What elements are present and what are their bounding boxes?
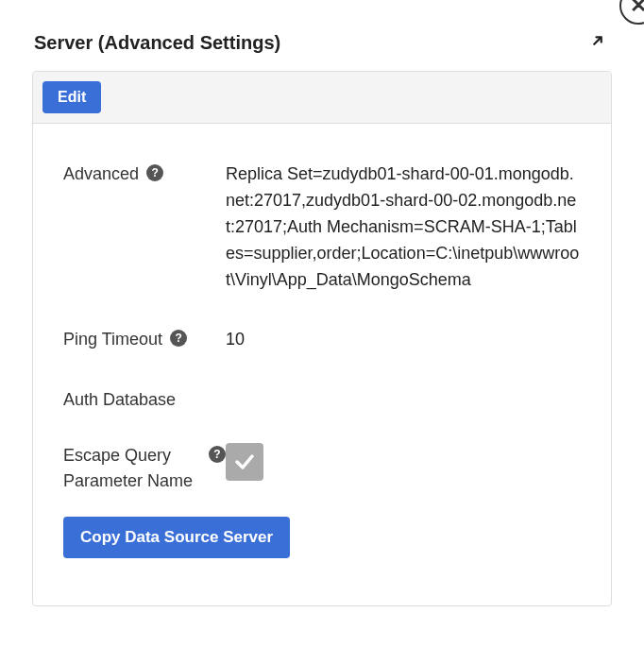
close-icon: ✕	[630, 0, 644, 18]
ping-timeout-label: Ping Timeout	[63, 327, 162, 352]
advanced-value: Replica Set=zudydb01-shard-00-01.mongodb…	[226, 162, 581, 293]
modal-header: Server (Advanced Settings)	[0, 0, 644, 71]
ping-timeout-value: 10	[226, 327, 581, 353]
copy-data-source-server-button[interactable]: Copy Data Source Server	[63, 517, 290, 558]
advanced-label: Advanced	[63, 162, 139, 187]
modal-title: Server (Advanced Settings)	[34, 32, 280, 54]
help-icon[interactable]: ?	[170, 330, 187, 347]
field-row-advanced: Advanced ? Replica Set=zudydb01-shard-00…	[63, 162, 581, 293]
panel-body: Advanced ? Replica Set=zudydb01-shard-00…	[33, 124, 611, 558]
field-row-auth-database: Auth Database	[63, 387, 581, 413]
check-icon	[233, 451, 256, 473]
edit-button[interactable]: Edit	[42, 81, 101, 113]
escape-query-label: Escape Query Parameter Name	[63, 443, 201, 494]
field-row-escape-query: Escape Query Parameter Name ?	[63, 443, 581, 494]
field-row-ping-timeout: Ping Timeout ? 10	[63, 327, 581, 353]
auth-database-label: Auth Database	[63, 387, 176, 413]
settings-panel: Edit Advanced ? Replica Set=zudydb01-sha…	[32, 71, 612, 606]
help-icon[interactable]: ?	[209, 446, 226, 463]
panel-toolbar: Edit	[33, 72, 611, 124]
help-icon[interactable]: ?	[146, 164, 163, 181]
escape-query-checkbox[interactable]	[226, 443, 263, 481]
expand-icon[interactable]	[589, 32, 606, 54]
